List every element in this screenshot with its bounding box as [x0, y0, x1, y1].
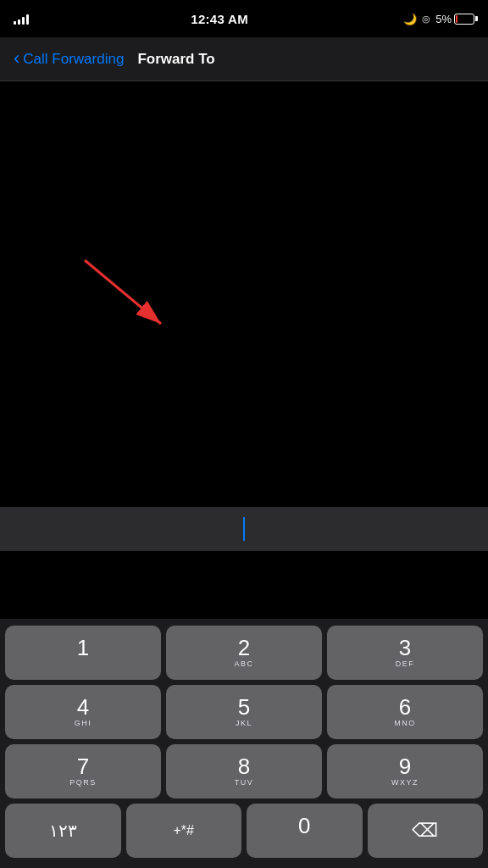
- svg-line-1: [85, 260, 161, 324]
- battery-fill: [456, 15, 458, 23]
- time-label: 12:43 AM: [191, 12, 248, 26]
- keypad-row-1: 1 2 ABC 3 DEF: [5, 626, 483, 680]
- phone-input-row[interactable]: [0, 507, 488, 551]
- keypad-row-4: ۱۲۳ +*# 0 ⌫: [5, 804, 483, 858]
- battery-container: 5%: [435, 13, 474, 25]
- key-6[interactable]: 6 MNO: [327, 685, 483, 739]
- key-9[interactable]: 9 WXYZ: [327, 744, 483, 798]
- back-label: Call Forwarding: [23, 51, 124, 68]
- keypad-row-3: 7 PQRS 8 TUV 9 WXYZ: [5, 744, 483, 798]
- key-5[interactable]: 5 JKL: [166, 685, 322, 739]
- key-0[interactable]: 0: [247, 804, 363, 858]
- status-left: [14, 13, 36, 25]
- key-8[interactable]: 8 TUV: [166, 744, 322, 798]
- chevron-left-icon: ‹: [14, 49, 19, 68]
- content-lower: [0, 551, 488, 619]
- moon-icon: 🌙: [403, 13, 417, 25]
- text-cursor: [243, 517, 245, 541]
- key-backspace[interactable]: ⌫: [368, 804, 484, 858]
- nav-bar: ‹ Call Forwarding Forward To: [0, 37, 488, 81]
- location-icon: ◎: [422, 14, 430, 25]
- key-symbols[interactable]: +*#: [126, 804, 242, 858]
- back-button[interactable]: ‹ Call Forwarding: [14, 51, 124, 68]
- status-bar: 12:43 AM 🌙 ◎ 5%: [0, 0, 488, 37]
- key-4[interactable]: 4 GHI: [5, 685, 161, 739]
- key-123[interactable]: ۱۲۳: [5, 804, 121, 858]
- battery-icon: [454, 14, 474, 25]
- keypad: 1 2 ABC 3 DEF 4 GHI 5 JKL 6 MNO 7 PQRS: [0, 619, 488, 868]
- key-1[interactable]: 1: [5, 626, 161, 680]
- key-3[interactable]: 3 DEF: [327, 626, 483, 680]
- battery-pct: 5%: [435, 13, 452, 25]
- content-upper: [0, 81, 488, 507]
- key-7[interactable]: 7 PQRS: [5, 744, 161, 798]
- signal-icon: [14, 13, 29, 25]
- key-2[interactable]: 2 ABC: [166, 626, 322, 680]
- page-title: Forward To: [137, 51, 214, 68]
- status-right: 🌙 ◎ 5%: [403, 13, 474, 25]
- annotation-arrow: [51, 243, 203, 345]
- backspace-icon: ⌫: [412, 820, 438, 842]
- keypad-row-2: 4 GHI 5 JKL 6 MNO: [5, 685, 483, 739]
